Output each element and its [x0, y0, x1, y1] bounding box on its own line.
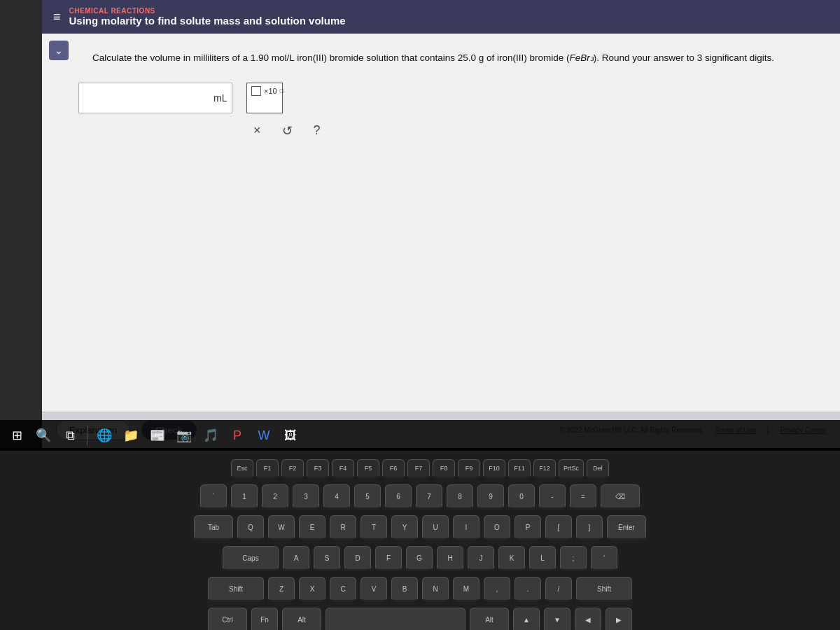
l-key[interactable]: L	[529, 546, 556, 571]
e-key[interactable]: E	[299, 515, 326, 540]
comma-key[interactable]: ,	[484, 577, 510, 602]
answer-input[interactable]	[85, 92, 211, 104]
taskbar-camera-icon[interactable]: 📷	[173, 424, 195, 447]
keyboard-area: Esc F1 F2 F3 F4 F5 F6 F7 F8 F9 F10 F11 F…	[0, 448, 840, 630]
f10-key[interactable]: F10	[483, 459, 505, 479]
x-key[interactable]: X	[299, 577, 326, 602]
quote-key[interactable]: '	[591, 546, 617, 571]
f7-key[interactable]: F7	[407, 459, 430, 479]
esc-key[interactable]: Esc	[231, 459, 253, 479]
u-key[interactable]: U	[422, 515, 449, 540]
b-key[interactable]: B	[391, 577, 418, 602]
help-button[interactable]: ?	[309, 120, 325, 141]
s-key[interactable]: S	[314, 546, 340, 571]
v-key[interactable]: V	[360, 577, 387, 602]
d-key[interactable]: D	[344, 546, 371, 571]
0-key[interactable]: 0	[508, 484, 535, 510]
f1-key[interactable]: F1	[256, 459, 279, 479]
taskbar-files-icon[interactable]: 📁	[120, 424, 142, 447]
z-key[interactable]: Z	[268, 577, 295, 602]
c-key[interactable]: C	[330, 577, 356, 602]
space-key[interactable]	[326, 608, 465, 630]
y-key[interactable]: Y	[391, 515, 418, 540]
capslock-key[interactable]: Caps	[223, 546, 279, 571]
taskbar-search-icon[interactable]: 🔍	[32, 424, 55, 447]
h-key[interactable]: H	[437, 546, 463, 571]
rshift-key[interactable]: Shift	[576, 577, 632, 602]
f-key[interactable]: F	[375, 546, 402, 571]
exponent-label: ×10	[264, 87, 277, 95]
undo-button[interactable]: ↺	[278, 120, 297, 141]
4-key[interactable]: 4	[323, 484, 350, 510]
9-key[interactable]: 9	[477, 484, 504, 510]
o-key[interactable]: O	[484, 515, 510, 540]
taskbar-word-icon[interactable]: W	[253, 424, 275, 447]
f9-key[interactable]: F9	[458, 459, 480, 479]
lbracket-key[interactable]: [	[545, 515, 572, 540]
tab-key[interactable]: Tab	[194, 515, 233, 540]
a-key[interactable]: A	[283, 546, 309, 571]
f2-key[interactable]: F2	[281, 459, 304, 479]
taskbar-browser-icon[interactable]: 🌐	[93, 424, 115, 447]
8-key[interactable]: 8	[447, 484, 473, 510]
slash-key[interactable]: /	[545, 577, 572, 602]
ctrl-key[interactable]: Ctrl	[208, 608, 247, 630]
taskbar-pdf-icon[interactable]: P	[226, 424, 248, 447]
main-content: ⌄ Calculate the volume in milliliters of…	[42, 34, 840, 426]
f12-key[interactable]: F12	[533, 459, 556, 479]
fn-key[interactable]: Fn	[251, 608, 278, 630]
5-key[interactable]: 5	[354, 484, 381, 510]
j-key[interactable]: J	[468, 546, 494, 571]
f5-key[interactable]: F5	[357, 459, 379, 479]
n-key[interactable]: N	[422, 577, 449, 602]
taskbar-image-icon[interactable]: 🖼	[279, 424, 302, 447]
g-key[interactable]: G	[406, 546, 433, 571]
f4-key[interactable]: F4	[332, 459, 354, 479]
1-key[interactable]: 1	[231, 484, 258, 510]
equals-key[interactable]: =	[570, 484, 596, 510]
f11-key[interactable]: F11	[508, 459, 531, 479]
hamburger-icon[interactable]: ≡	[53, 10, 61, 24]
prtsc-key[interactable]: PrtSc	[559, 459, 584, 479]
i-key[interactable]: I	[453, 515, 479, 540]
2-key[interactable]: 2	[262, 484, 288, 510]
r-key[interactable]: R	[330, 515, 356, 540]
screen-frame: ≡ CHEMICAL REACTIONS Using molarity to f…	[42, 0, 840, 448]
backtick-key[interactable]: `	[200, 484, 227, 510]
clear-button[interactable]: ×	[249, 120, 265, 141]
header-subtitle: CHEMICAL REACTIONS	[69, 7, 346, 15]
3-key[interactable]: 3	[293, 484, 319, 510]
alt-key[interactable]: Alt	[282, 608, 321, 630]
p-key[interactable]: P	[514, 515, 541, 540]
w-key[interactable]: W	[268, 515, 295, 540]
enter-key[interactable]: Enter	[607, 515, 646, 540]
lshift-key[interactable]: Shift	[208, 577, 264, 602]
exponent-checkbox-area: ×10 □	[251, 86, 284, 96]
semicolon-key[interactable]: ;	[560, 546, 587, 571]
k-key[interactable]: K	[498, 546, 525, 571]
dropdown-chevron-button[interactable]: ⌄	[49, 41, 69, 60]
backspace-key[interactable]: ⌫	[601, 484, 640, 510]
ralt-key[interactable]: Alt	[470, 608, 509, 630]
period-key[interactable]: .	[514, 577, 541, 602]
f3-key[interactable]: F3	[307, 459, 329, 479]
t-key[interactable]: T	[360, 515, 387, 540]
left-key[interactable]: ◀	[575, 608, 601, 630]
7-key[interactable]: 7	[416, 484, 442, 510]
f8-key[interactable]: F8	[433, 459, 455, 479]
f6-key[interactable]: F6	[382, 459, 405, 479]
right-key[interactable]: ▶	[606, 608, 632, 630]
q-key[interactable]: Q	[237, 515, 264, 540]
taskbar-windows-icon[interactable]: ⊞	[6, 424, 28, 447]
m-key[interactable]: M	[453, 577, 479, 602]
del-key[interactable]: Del	[587, 459, 609, 479]
down-key[interactable]: ▼	[544, 608, 570, 630]
taskbar-mail-icon[interactable]: 📰	[146, 424, 169, 447]
6-key[interactable]: 6	[385, 484, 412, 510]
rbracket-key[interactable]: ]	[576, 515, 603, 540]
taskbar-taskview-icon[interactable]: ⧉	[59, 424, 81, 447]
taskbar-media-icon[interactable]: 🎵	[200, 424, 222, 447]
exponent-checkbox[interactable]	[251, 86, 261, 96]
up-key[interactable]: ▲	[513, 608, 540, 630]
minus-key[interactable]: -	[539, 484, 566, 510]
